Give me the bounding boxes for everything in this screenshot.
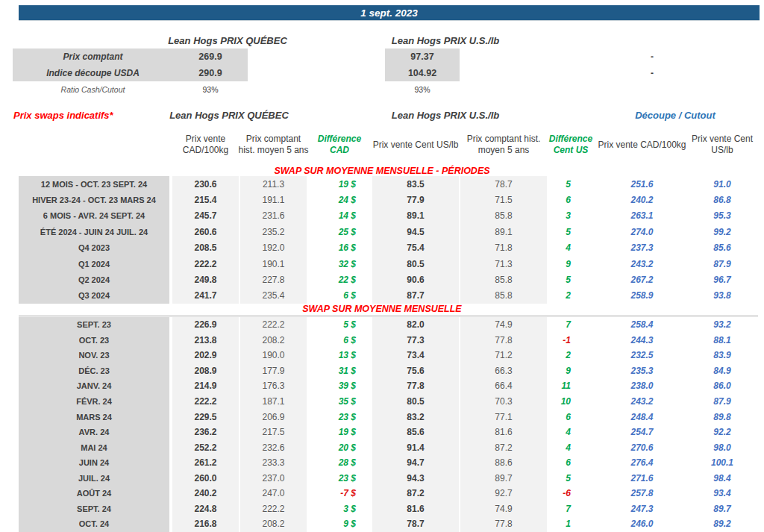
cutout-cad-cell: 271.6: [596, 470, 688, 486]
table-row: OCT. 23213.8208.26 $77.377.8-1244.388.1: [0, 333, 764, 348]
hist-avg-us-cell: 85.8: [460, 272, 547, 287]
spot-row-label: Ratio Cash/Cutout: [13, 83, 173, 96]
hist-avg-cad-cell: 235.2: [240, 224, 307, 240]
difference-us-cell: 2: [548, 348, 593, 363]
hist-avg-cad-cell: 176.3: [240, 378, 307, 394]
difference-cad-cell: 5 $: [308, 317, 371, 333]
row-label-cell: Q2 2024: [19, 272, 169, 287]
difference-us-cell: 5: [548, 224, 593, 240]
sell-price-cad-cell: 216.8: [172, 516, 239, 532]
cutout-cad-cell: 263.1: [596, 208, 688, 224]
sell-price-cad-cell: 226.9: [172, 317, 239, 333]
spot-quebec-header: Lean Hogs PRIX QUÉBEC: [145, 34, 310, 46]
sell-price-us-cell: 77.3: [372, 333, 459, 348]
cutout-us-cell: 93.4: [686, 486, 758, 501]
cutout-cad-cell: 258.4: [596, 317, 688, 333]
sell-price-cad-cell: 222.2: [172, 256, 239, 272]
swaps-cutout-header: Découpe / Cutout: [593, 109, 757, 121]
sell-price-cad-cell: 222.2: [172, 394, 239, 410]
cutout-us-cell: 85.6: [686, 240, 758, 256]
cutout-us-cell: 87.9: [686, 394, 758, 410]
report-date: 1 sept. 2023: [360, 7, 418, 19]
row-label-cell: HIVER 23-24 - OCT. 23 MARS 24: [19, 192, 169, 207]
spot-quebec-value: 269.9: [173, 48, 248, 65]
sell-price-us-cell: 89.1: [372, 208, 459, 224]
row-label-cell: AVR. 24: [19, 425, 169, 440]
cutout-cad-cell: 243.2: [596, 256, 688, 272]
spot-quebec-value: 290.9: [173, 65, 248, 81]
row-label-cell: Q3 2024: [19, 288, 169, 304]
cutout-us-cell: 92.2: [686, 425, 758, 440]
table-row: MARS 24229.5206.923 $83.277.16248.489.8: [0, 409, 764, 425]
table-row: Q2 2024249.8227.822 $90.685.85267.296.7: [0, 272, 764, 287]
difference-cad-cell: 23 $: [308, 409, 371, 425]
difference-cad-cell: 9 $: [308, 516, 371, 532]
sell-price-cad-cell: 202.9: [172, 348, 239, 363]
sell-price-cad-cell: 260.0: [172, 470, 239, 486]
cutout-cad-cell: 274.0: [596, 224, 688, 240]
column-header-hist-cad: Prix comptant hist. moyen 5 ans: [237, 125, 310, 165]
hist-avg-cad-cell: 211.3: [240, 176, 307, 192]
cutout-us-cell: 100.1: [686, 455, 758, 471]
table-row: 12 MOIS - OCT. 23 SEPT. 24230.6211.319 $…: [0, 176, 764, 192]
table-row: MAI 24252.2232.620 $91.487.24270.698.0: [0, 439, 764, 455]
spot-row-prix-comptant: Prix comptant 269.9 97.37 -: [0, 48, 764, 65]
row-label-cell: JUIL. 24: [19, 470, 169, 486]
sell-price-us-cell: 83.5: [372, 176, 459, 192]
sell-price-cad-cell: 213.8: [172, 333, 239, 348]
difference-us-cell: -6: [548, 486, 593, 501]
difference-us-cell: 6: [548, 409, 593, 425]
hist-avg-us-cell: 74.9: [460, 317, 547, 333]
hist-avg-us-cell: 74.9: [460, 501, 547, 517]
difference-cad-cell: 31 $: [308, 363, 371, 379]
sell-price-cad-cell: 208.5: [172, 240, 239, 256]
table-row: Q1 2024222.2190.132 $80.571.39243.287.9: [0, 256, 764, 272]
hog-price-report: 1 sept. 2023 Lean Hogs PRIX QUÉBEC Lean …: [0, 0, 764, 532]
sell-price-us-cell: 77.9: [372, 192, 459, 207]
cutout-us-cell: 89.7: [686, 501, 758, 517]
difference-cad-cell: 25 $: [308, 224, 371, 240]
hist-avg-us-cell: 85.8: [460, 208, 547, 224]
sell-price-cad-cell: 229.5: [172, 409, 239, 425]
cutout-us-cell: 93.8: [686, 288, 758, 304]
spot-row-label: Prix comptant: [13, 48, 173, 65]
spot-us-value: 97.37: [385, 48, 460, 65]
hist-avg-us-cell: 77.8: [460, 333, 547, 348]
column-header-prix-vente-us: Prix vente Cent US/lb: [372, 125, 459, 165]
sell-price-cad-cell: 241.7: [172, 288, 239, 304]
table-row: AOÛT 24240.2247.0-7 $87.292.7-6257.893.4: [0, 486, 764, 501]
cutout-cad-cell: 247.3: [596, 501, 688, 517]
hist-avg-cad-cell: 190.0: [240, 348, 307, 363]
sell-price-cad-cell: 214.9: [172, 378, 239, 394]
sell-price-cad-cell: 236.2: [172, 425, 239, 440]
sell-price-us-cell: 85.6: [372, 425, 459, 440]
cutout-cad-cell: 246.0: [596, 516, 688, 532]
difference-cad-cell: -7 $: [308, 486, 371, 501]
cutout-cad-cell: 237.3: [596, 240, 688, 256]
hist-avg-us-cell: 77.1: [460, 409, 547, 425]
cutout-us-cell: 99.2: [686, 224, 758, 240]
difference-cad-cell: 32 $: [308, 256, 371, 272]
cutout-us-cell: 93.2: [686, 317, 758, 333]
cutout-cad-cell: 258.9: [596, 288, 688, 304]
row-label-cell: Q4 2023: [19, 240, 169, 256]
swaps-quebec-header: Lean Hogs PRIX QUÉBEC: [147, 109, 311, 121]
hist-avg-us-cell: 77.8: [460, 516, 547, 532]
cutout-us-cell: 89.2: [686, 516, 758, 532]
column-header-cutout-us: Prix vente Cent US/lb: [686, 125, 758, 165]
hist-avg-cad-cell: 191.1: [240, 192, 307, 207]
hist-avg-cad-cell: 187.1: [240, 394, 307, 410]
sell-price-us-cell: 80.5: [372, 394, 459, 410]
difference-cad-cell: 19 $: [308, 425, 371, 440]
cutout-us-cell: 86.8: [686, 192, 758, 207]
hist-avg-cad-cell: 217.5: [240, 425, 307, 440]
row-label-cell: ÉTÉ 2024 - JUIN 24 JUIL. 24: [19, 224, 169, 240]
difference-us-cell: 3: [548, 208, 593, 224]
sell-price-us-cell: 75.6: [372, 363, 459, 379]
section-title-mensuelle: SWAP SUR MOYENNE MENSUELLE: [0, 304, 764, 314]
difference-cad-cell: 13 $: [308, 348, 371, 363]
table-row: FÉVR. 24222.2187.135 $80.570.310243.287.…: [0, 394, 764, 410]
difference-us-cell: 1: [548, 516, 593, 532]
table-row: JANV. 24214.9176.339 $77.866.411238.086.…: [0, 378, 764, 394]
sell-price-cad-cell: 230.6: [172, 176, 239, 192]
